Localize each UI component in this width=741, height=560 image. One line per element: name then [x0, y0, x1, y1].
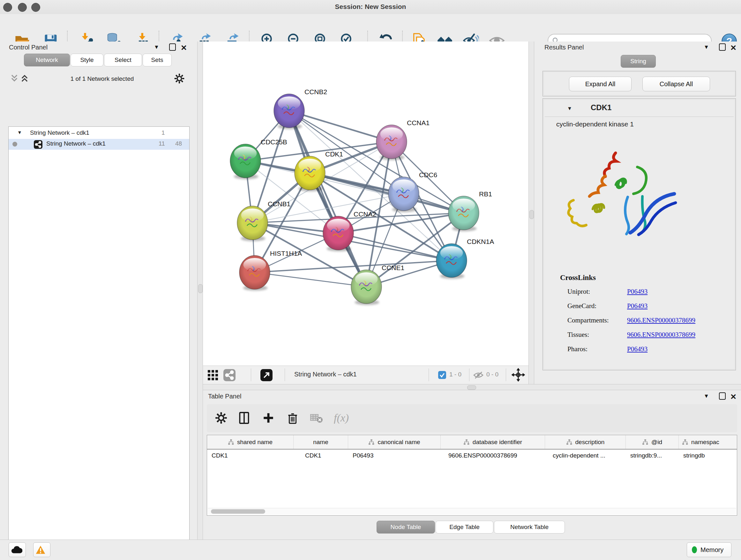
crosslink-link[interactable]: 9606.ENSP00000378699: [627, 331, 695, 339]
right-splitter[interactable]: [529, 42, 534, 384]
scrollbar-thumb[interactable]: [211, 509, 265, 514]
splitter-handle[interactable]: [529, 210, 534, 219]
network-edge[interactable]: [255, 272, 366, 287]
tab-network[interactable]: Network: [24, 54, 70, 66]
network-node[interactable]: CDK1: [294, 150, 343, 191]
column-label: @id: [651, 439, 662, 446]
cell-canonical-name[interactable]: P06493: [348, 449, 441, 462]
network-options-gear-icon[interactable]: [174, 73, 185, 84]
section-collapse-icon[interactable]: ▼: [567, 106, 572, 111]
panel-float-icon[interactable]: [719, 392, 726, 401]
node-label: RB1: [479, 190, 492, 198]
panel-close-icon[interactable]: ✕: [730, 392, 737, 401]
column-header-id[interactable]: @id: [626, 435, 679, 449]
panel-close-icon[interactable]: ✕: [730, 44, 737, 52]
grid-view-icon[interactable]: [207, 369, 219, 381]
crosslink-label: Tissues:: [567, 331, 589, 339]
cell-name[interactable]: CDK1: [293, 449, 348, 462]
panel-close-icon[interactable]: ✕: [181, 44, 187, 52]
hidden-counts: 0 - 0: [486, 371, 498, 378]
left-splitter[interactable]: [197, 42, 203, 540]
column-header-name[interactable]: name: [293, 435, 348, 449]
splitter-handle[interactable]: [467, 385, 476, 390]
column-header-canonical-name[interactable]: canonical name: [348, 435, 441, 449]
panel-float-icon[interactable]: [719, 44, 726, 52]
detach-view-icon[interactable]: [260, 369, 273, 381]
column-header-namespace[interactable]: namespac: [679, 435, 737, 449]
column-header-shared-name[interactable]: shared name: [207, 435, 293, 449]
network-collection-row[interactable]: ▼ String Network – cdk1 1: [9, 128, 189, 139]
cell-description[interactable]: cyclin-dependent ...: [545, 449, 626, 462]
crosslink-link[interactable]: P06493: [627, 345, 648, 353]
column-label: database identifier: [473, 439, 522, 446]
network-node[interactable]: CCNB2: [274, 88, 327, 129]
panel-float-icon[interactable]: [169, 44, 176, 52]
network-node[interactable]: CCNA1: [376, 119, 429, 160]
tree-expand-icon[interactable]: ▼: [17, 130, 22, 135]
network-edge[interactable]: [289, 111, 392, 142]
node-label: CDK1: [325, 150, 343, 158]
crosslink-link[interactable]: P06493: [627, 302, 648, 310]
results-panel: Results Panel ▼ ✕ String Expand All Coll…: [534, 42, 741, 384]
crosslink-link[interactable]: 9606.ENSP00000378699: [627, 316, 695, 324]
expand-all-button[interactable]: Expand All: [569, 77, 631, 91]
cloud-button[interactable]: [9, 543, 26, 557]
panel-menu-icon[interactable]: ▼: [704, 393, 709, 399]
tab-select[interactable]: Select: [104, 54, 142, 66]
node-label: CCNA1: [407, 119, 429, 126]
splitter-handle[interactable]: [198, 284, 203, 293]
show-columns-icon[interactable]: [238, 411, 251, 425]
table-row[interactable]: CDK1 CDK1 P06493 9606.ENSP00000378699 cy…: [207, 449, 737, 462]
panel-menu-icon[interactable]: ▼: [704, 44, 709, 51]
network-edge[interactable]: [310, 173, 464, 213]
protein-structure-image: [562, 146, 683, 252]
collapse-all-button[interactable]: Collapse All: [643, 77, 710, 91]
network-row-selected[interactable]: String Network – cdk1 11 48: [9, 139, 189, 150]
network-node[interactable]: CDC25B: [230, 138, 287, 179]
crosslink-link[interactable]: P06493: [627, 288, 648, 296]
network-list: ▼ String Network – cdk1 1 String Network…: [8, 126, 190, 560]
memory-button[interactable]: Memory: [687, 543, 731, 557]
table-settings-gear-icon[interactable]: [214, 411, 228, 425]
panel-menu-icon[interactable]: ▼: [154, 44, 159, 51]
column-header-database-identifier[interactable]: database identifier: [441, 435, 545, 449]
network-node[interactable]: CDKN1A: [436, 238, 494, 279]
cell-shared-name[interactable]: CDK1: [207, 449, 293, 462]
network-node[interactable]: CCNB1: [237, 200, 290, 241]
tab-node-table[interactable]: Node Table: [377, 521, 435, 534]
expand-all-networks-icon[interactable]: [20, 74, 29, 82]
tab-network-table[interactable]: Network Table: [494, 521, 565, 534]
collapse-all-networks-icon[interactable]: [10, 74, 18, 82]
warnings-button[interactable]: [33, 543, 51, 557]
column-header-description[interactable]: description: [545, 435, 626, 449]
tab-string[interactable]: String: [621, 55, 656, 68]
bottom-splitter[interactable]: [203, 384, 741, 390]
network-canvas[interactable]: CCNB2CCNA1CDC25BCDK1CDC6RB1CCNB1CCNA2CDK…: [203, 42, 529, 366]
network-node[interactable]: CDC6: [388, 171, 437, 212]
birdseye-crosshair-icon[interactable]: [511, 368, 525, 382]
selected-checkbox-icon[interactable]: [438, 371, 446, 379]
gene-description: cyclin-dependent kinase 1: [556, 120, 634, 128]
add-column-icon[interactable]: [262, 411, 275, 425]
column-label: shared name: [237, 439, 273, 446]
horizontal-scrollbar[interactable]: [208, 508, 736, 515]
delete-table-icon[interactable]: [310, 411, 324, 425]
cell-database-identifier[interactable]: 9606.ENSP00000378699: [441, 449, 545, 462]
node-label: CDC6: [419, 171, 437, 179]
network-selection-summary: 1 of 1 Network selected: [32, 75, 172, 82]
network-edge[interactable]: [289, 111, 366, 287]
tab-edge-table[interactable]: Edge Table: [435, 521, 493, 534]
crosslink-label: GeneCard:: [567, 302, 596, 310]
tab-sets[interactable]: Sets: [143, 54, 172, 66]
tab-style[interactable]: Style: [71, 54, 104, 66]
network-badge-icon[interactable]: [223, 369, 235, 381]
node-label: CDC25B: [261, 138, 287, 145]
cell-id[interactable]: stringdb:9...: [626, 449, 679, 462]
delete-column-trash-icon[interactable]: [286, 411, 299, 425]
gene-section: ▼ CDK1 cyclin-dependent kinase 1 CrossLi…: [542, 98, 736, 370]
network-view: CCNB2CCNA1CDC25BCDK1CDC6RB1CCNB1CCNA2CDK…: [203, 42, 529, 366]
function-builder-fx-icon[interactable]: f(x): [334, 412, 349, 424]
cell-namespace[interactable]: stringdb: [679, 449, 737, 462]
table-panel-title: Table Panel: [208, 393, 242, 400]
network-node[interactable]: RB1: [448, 190, 492, 231]
